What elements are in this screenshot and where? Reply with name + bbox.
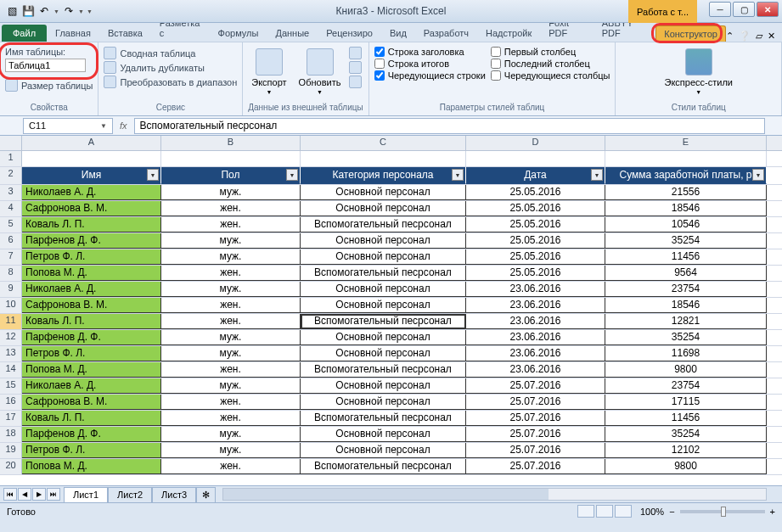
cell[interactable] — [605, 151, 767, 166]
resize-table-button[interactable]: Размер таблицы — [5, 79, 93, 92]
tab-constructor[interactable]: Конструктор — [655, 25, 726, 42]
cell[interactable]: 23.06.2016 — [466, 362, 605, 378]
cell[interactable]: Коваль Л. П. — [22, 411, 161, 426]
table-header[interactable]: Пол▼ — [161, 167, 301, 184]
row-header[interactable]: 15 — [0, 378, 22, 394]
cell[interactable]: жен. — [161, 395, 301, 410]
row-header[interactable]: 20 — [0, 459, 22, 474]
col-header-D[interactable]: D — [466, 136, 605, 150]
cell[interactable]: 17115 — [605, 395, 767, 410]
cell[interactable]: жен. — [161, 217, 301, 232]
cell[interactable]: 25.05.2016 — [466, 249, 605, 265]
chk-header-row[interactable]: Строка заголовка — [374, 47, 486, 57]
cell[interactable]: Коваль Л. П. — [22, 314, 161, 329]
cell[interactable]: Сафронова В. М. — [22, 298, 161, 313]
table-header[interactable]: Категория персонала▼ — [301, 167, 466, 184]
row-header[interactable]: 14 — [0, 362, 22, 378]
cell[interactable]: 25.05.2016 — [466, 217, 605, 232]
cell[interactable]: Николаев А. Д. — [22, 185, 161, 200]
cell[interactable]: Основной персонал — [301, 201, 466, 216]
tab-рецензиро[interactable]: Рецензиро — [318, 25, 381, 42]
col-header-E[interactable]: E — [605, 136, 767, 150]
cell[interactable]: 11456 — [605, 249, 767, 265]
filter-dropdown-icon[interactable]: ▼ — [752, 169, 764, 181]
table-header[interactable]: Сумма заработной платы, р▼ — [605, 167, 767, 184]
cell[interactable]: Основной персонал — [301, 346, 466, 361]
restore-window-icon[interactable]: ▱ — [756, 31, 762, 42]
row-header[interactable]: 4 — [0, 201, 22, 216]
cell[interactable]: 12821 — [605, 314, 767, 329]
cell[interactable]: 25.07.2016 — [466, 411, 605, 426]
sheet-tab[interactable]: Лист3 — [152, 487, 196, 502]
cell[interactable]: Основной персонал — [301, 443, 466, 458]
namebox-dropdown-icon[interactable]: ▼ — [100, 122, 107, 130]
row-header[interactable]: 8 — [0, 266, 22, 281]
cell[interactable]: Основной персонал — [301, 233, 466, 249]
cell[interactable]: 25.05.2016 — [466, 233, 605, 249]
cell[interactable]: муж. — [161, 443, 301, 458]
tab-file[interactable]: Файл — [2, 25, 47, 42]
cell[interactable]: Вспомогательный песрсонал — [301, 362, 466, 378]
cell[interactable]: муж. — [161, 427, 301, 442]
cell[interactable]: Вспомогательный песрсонал — [301, 459, 466, 474]
col-header-C[interactable]: C — [301, 136, 466, 150]
cell[interactable]: 23754 — [605, 282, 767, 297]
cell[interactable]: жен. — [161, 362, 301, 378]
remove-duplicates-button[interactable]: Удалить дубликаты — [104, 61, 237, 74]
table-header[interactable]: Дата▼ — [466, 167, 605, 184]
row-header[interactable]: 11 — [0, 314, 22, 329]
minimize-ribbon-icon[interactable]: ⌃ — [726, 31, 734, 42]
cell[interactable]: Николаев А. Д. — [22, 282, 161, 297]
cell[interactable]: жен. — [161, 201, 301, 216]
zoom-out-button[interactable]: − — [669, 507, 674, 517]
express-styles-button[interactable]: Экспресс-стили▼ — [661, 47, 736, 97]
cell[interactable]: 9800 — [605, 459, 767, 474]
minimize-button[interactable]: ─ — [709, 2, 731, 17]
maximize-button[interactable]: ▢ — [733, 2, 755, 17]
cell[interactable]: 23.06.2016 — [466, 314, 605, 329]
pivot-table-button[interactable]: Сводная таблица — [104, 47, 237, 59]
tab-разработч[interactable]: Разработч — [415, 25, 477, 42]
ext-link-3[interactable] — [349, 76, 362, 88]
cell[interactable]: 25.07.2016 — [466, 459, 605, 474]
row-header[interactable]: 17 — [0, 411, 22, 426]
cell[interactable]: муж. — [161, 330, 301, 345]
cell[interactable]: Коваль Л. П. — [22, 217, 161, 232]
cell[interactable]: Попова М. Д. — [22, 459, 161, 474]
cell[interactable]: муж. — [161, 249, 301, 265]
cell[interactable]: Основной персонал — [301, 185, 466, 200]
row-header[interactable]: 19 — [0, 443, 22, 458]
refresh-button[interactable]: Обновить▼ — [295, 47, 345, 97]
sheet-tab[interactable]: Лист1 — [64, 487, 108, 502]
chk-banded-rows[interactable]: Чередующиеся строки — [374, 70, 486, 81]
chk-first-col[interactable]: Первый столбец — [491, 47, 610, 57]
cell[interactable]: жен. — [161, 314, 301, 329]
cell[interactable]: 23754 — [605, 378, 767, 394]
close-workbook-icon[interactable]: ✕ — [768, 31, 775, 42]
cell[interactable]: 23.06.2016 — [466, 298, 605, 313]
cell[interactable]: 18546 — [605, 201, 767, 216]
tab-надстройк[interactable]: Надстройк — [477, 25, 540, 42]
save-icon[interactable]: 💾 — [21, 4, 35, 18]
redo-dropdown-icon[interactable]: ▼ — [78, 8, 84, 14]
cell[interactable]: Основной персонал — [301, 282, 466, 297]
cell[interactable]: муж. — [161, 346, 301, 361]
cell[interactable] — [301, 151, 466, 166]
horizontal-scrollbar[interactable] — [222, 488, 767, 501]
cell[interactable]: 21556 — [605, 185, 767, 200]
cell[interactable]: 25.05.2016 — [466, 266, 605, 281]
filter-dropdown-icon[interactable]: ▼ — [452, 169, 464, 181]
view-pagebreak-button[interactable] — [615, 505, 632, 518]
cell[interactable]: 11456 — [605, 411, 767, 426]
cell[interactable]: Попова М. Д. — [22, 266, 161, 281]
name-box[interactable]: C11▼ — [23, 118, 113, 134]
cell[interactable] — [161, 151, 301, 166]
row-header[interactable]: 18 — [0, 427, 22, 442]
tab-вставка[interactable]: Вставка — [99, 25, 151, 42]
cell[interactable]: 10546 — [605, 217, 767, 232]
undo-dropdown-icon[interactable]: ▼ — [53, 8, 59, 14]
export-button[interactable]: Экспорт▼ — [248, 47, 290, 97]
row-header[interactable]: 2 — [0, 167, 22, 184]
row-header[interactable]: 13 — [0, 346, 22, 361]
table-name-input[interactable] — [5, 59, 86, 72]
